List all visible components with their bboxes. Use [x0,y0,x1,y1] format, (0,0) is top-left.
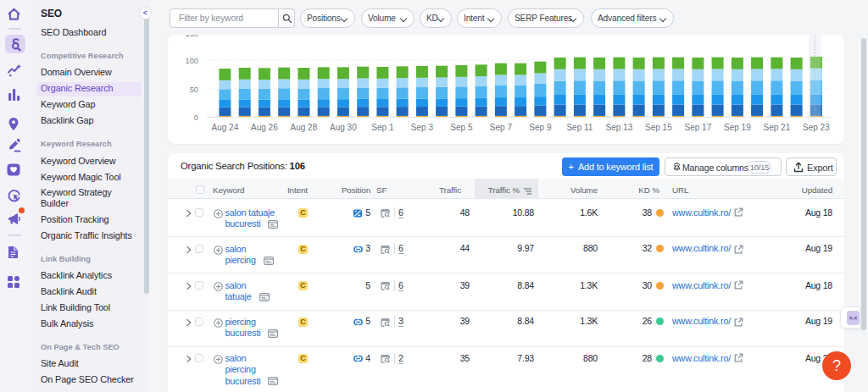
svg-text:0: 0 [194,113,198,122]
svg-text:Sep 15: Sep 15 [645,123,672,132]
svg-text:Sep 17: Sep 17 [685,123,712,132]
svg-text:Sep 7: Sep 7 [490,123,513,132]
svg-text:100: 100 [185,57,198,65]
svg-text:Sep 5: Sep 5 [450,123,473,132]
svg-text:Aug 30: Aug 30 [330,123,357,132]
svg-text:Sep 1: Sep 1 [371,123,394,132]
svg-text:Sep 3: Sep 3 [411,123,434,132]
svg-text:Aug 26: Aug 26 [251,123,278,132]
svg-text:Sep 9: Sep 9 [529,123,552,132]
svg-text:Aug 24: Aug 24 [212,123,239,132]
svg-text:150: 150 [185,35,198,38]
svg-text:Sep 19: Sep 19 [724,123,751,132]
svg-text:Sep 23: Sep 23 [803,123,830,132]
svg-text:Aug 28: Aug 28 [291,123,318,132]
svg-text:Sep 11: Sep 11 [566,123,593,132]
svg-text:Sep 13: Sep 13 [606,123,633,132]
svg-text:Sep 21: Sep 21 [764,123,791,132]
svg-text:50: 50 [190,86,198,94]
